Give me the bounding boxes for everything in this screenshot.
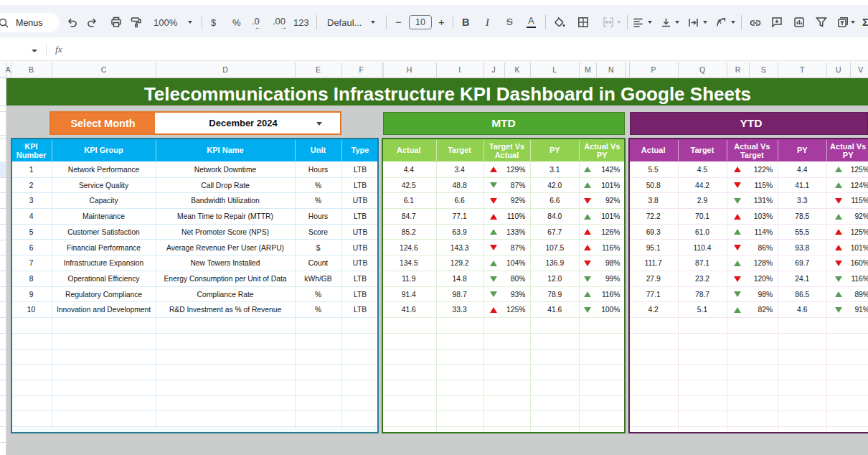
- svg-text:A: A: [717, 18, 722, 25]
